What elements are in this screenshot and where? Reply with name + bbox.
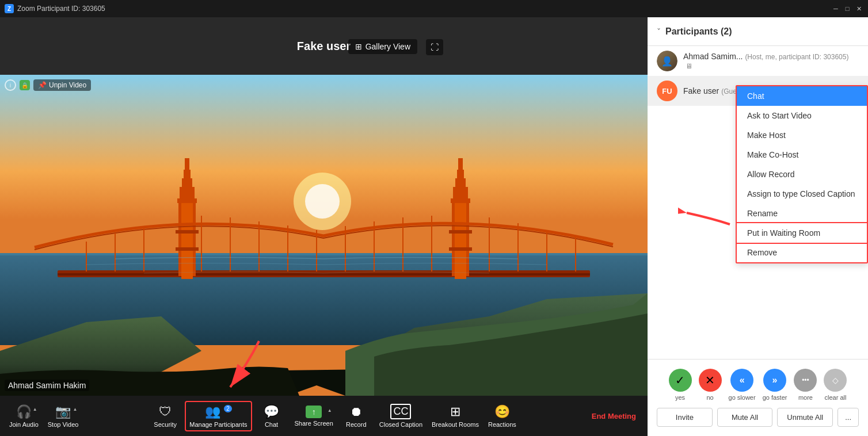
guest-avatar: FU <box>657 81 677 101</box>
host-name-text: Ahmad Samim... <box>683 52 745 61</box>
record-label: Record <box>346 421 366 428</box>
clear-icon: ◇ <box>824 369 847 392</box>
reaction-yes-button[interactable]: ✓ yes <box>669 369 692 401</box>
bridge-svg <box>0 75 648 396</box>
svg-rect-11 <box>181 198 193 279</box>
screen-share-icon: 🖥 <box>686 62 692 70</box>
reactions-button[interactable]: 😊 Reactions <box>485 402 520 430</box>
participant-name-label: Ahmad Samim Hakim <box>5 380 89 391</box>
share-screen-button[interactable]: ↑ Share Screen ▲ <box>291 403 337 429</box>
chat-icon: 💬 <box>264 404 279 419</box>
gallery-view-label: Gallery View <box>366 42 410 51</box>
context-menu-ask-video[interactable]: Ask to Start Video <box>737 106 867 125</box>
titlebar: Z Zoom Participant ID: 303605 ─ □ ✕ <box>0 0 868 17</box>
stop-video-button[interactable]: 📷 Stop Video ▲ <box>44 402 82 430</box>
panel-title: Participants (2) <box>665 26 859 37</box>
context-menu-assign-cc[interactable]: Assign to type Closed Caption <box>737 184 867 204</box>
participant-count-badge: 2 <box>224 405 232 412</box>
svg-rect-25 <box>458 158 463 173</box>
chat-button[interactable]: 💬 Chat <box>254 402 289 430</box>
join-audio-button[interactable]: 🎧 Join Audio ▲ <box>6 402 42 430</box>
breakout-rooms-icon: ⊞ <box>450 404 460 419</box>
participants-icon: 👥 2 <box>205 404 232 419</box>
video-overlay-info: i 🔒 📌 Unpin Video <box>5 79 91 91</box>
mute-all-button[interactable]: Mute All <box>717 408 773 427</box>
main-video: i 🔒 📌 Unpin Video Ahmad Samim Hakim <box>0 75 648 396</box>
manage-participants-button[interactable]: 👥 2 Manage Participants <box>185 401 252 431</box>
svg-rect-16 <box>185 158 189 173</box>
reaction-slower-button[interactable]: « go slower <box>729 369 756 401</box>
fake-user-banner: Fake user <box>0 17 648 75</box>
fullscreen-button[interactable]: ⛶ <box>426 39 443 55</box>
reactions-icon: 😊 <box>494 404 510 419</box>
reaction-clear-button[interactable]: ◇ clear all <box>824 369 847 401</box>
close-button[interactable]: ✕ <box>854 4 863 13</box>
titlebar-controls[interactable]: ─ □ ✕ <box>831 4 863 13</box>
info-icon: i <box>5 79 16 91</box>
maximize-button[interactable]: □ <box>843 4 852 13</box>
gallery-view-button[interactable]: ⊞ Gallery View <box>348 39 417 54</box>
breakout-rooms-button[interactable]: ⊞ Breakout Rooms <box>428 402 482 430</box>
svg-rect-26 <box>449 230 472 234</box>
microphone-icon: 🎧 <box>16 404 32 419</box>
grid-icon: ⊞ <box>355 42 362 51</box>
host-details: (Host, me, participant ID: 303605) <box>745 53 848 61</box>
context-menu-make-host[interactable]: Make Host <box>737 125 867 145</box>
unpin-video-button[interactable]: 📌 Unpin Video <box>33 79 91 91</box>
reaction-faster-button[interactable]: » go faster <box>763 369 787 401</box>
toolbar-center: 🛡 Security 👥 2 Manage Participants 💬 Cha… <box>82 401 585 431</box>
manage-participants-label: Manage Participants <box>189 421 247 428</box>
unpin-label: Unpin Video <box>49 81 86 89</box>
reaction-more-button[interactable]: ••• more <box>794 369 817 401</box>
video-icon: 📷 <box>55 404 71 419</box>
host-name: Ahmad Samim... (Host, me, participant ID… <box>683 52 859 70</box>
svg-rect-4 <box>0 253 648 255</box>
no-label: no <box>706 394 713 401</box>
svg-rect-20 <box>455 198 466 279</box>
share-screen-icon: ↑ <box>306 406 322 418</box>
unmute-all-button[interactable]: Unmute All <box>777 408 833 427</box>
host-avatar: 👤 <box>657 51 677 71</box>
no-icon: ✕ <box>699 369 722 392</box>
join-audio-label: Join Audio <box>9 421 39 428</box>
context-menu-remove[interactable]: Remove <box>737 243 867 262</box>
caret-icon-2: ▲ <box>73 407 77 412</box>
svg-rect-9 <box>58 273 590 276</box>
zoom-icon: Z <box>5 4 14 13</box>
minimize-button[interactable]: ─ <box>831 4 840 13</box>
yes-label: yes <box>675 394 685 401</box>
cc-icon: CC <box>390 404 411 419</box>
end-meeting-button[interactable]: End Meeting <box>586 412 642 420</box>
reaction-no-button[interactable]: ✕ no <box>699 369 722 401</box>
context-menu-waiting-room[interactable]: Put in Waiting Room <box>737 223 867 243</box>
closed-caption-button[interactable]: CC Closed Caption <box>376 401 426 430</box>
context-menu-chat[interactable]: Chat <box>737 86 867 106</box>
reactions-label: Reactions <box>488 421 516 428</box>
context-menu-allow-record[interactable]: Allow Record <box>737 165 867 184</box>
context-menu: Chat Ask to Start Video Make Host Make C… <box>736 85 868 263</box>
security-button[interactable]: 🛡 Security <box>148 402 182 430</box>
context-menu-make-cohost[interactable]: Make Co-Host <box>737 145 867 165</box>
more-label: more <box>798 394 813 401</box>
more-actions-button[interactable]: ... <box>837 408 859 427</box>
more-icon: ••• <box>794 369 817 392</box>
share-screen-label: Share Screen <box>295 420 333 427</box>
record-button[interactable]: ⏺ Record <box>339 402 374 430</box>
participant-item-host[interactable]: 👤 Ahmad Samim... (Host, me, participant … <box>648 46 868 76</box>
security-icon: 🛡 <box>159 404 172 419</box>
participants-panel: ˅ Participants (2) 👤 Ahmad Samim... (Hos… <box>648 17 868 436</box>
clear-label: clear all <box>824 394 846 401</box>
svg-rect-17 <box>176 230 199 234</box>
toolbar-right: End Meeting <box>586 412 642 420</box>
host-avatar-image: 👤 <box>657 51 677 71</box>
caret-icon: ▲ <box>33 407 37 412</box>
invite-button[interactable]: Invite <box>657 408 713 427</box>
panel-chevron-icon[interactable]: ˅ <box>657 27 661 36</box>
titlebar-left: Z Zoom Participant ID: 303605 <box>5 4 105 13</box>
security-shield-icon: 🔒 <box>20 80 30 90</box>
context-menu-rename[interactable]: Rename <box>737 204 867 223</box>
svg-rect-27 <box>449 247 472 251</box>
breakout-rooms-label: Breakout Rooms <box>432 421 479 428</box>
closed-caption-label: Closed Caption <box>379 421 422 428</box>
panel-header: ˅ Participants (2) <box>648 17 868 46</box>
